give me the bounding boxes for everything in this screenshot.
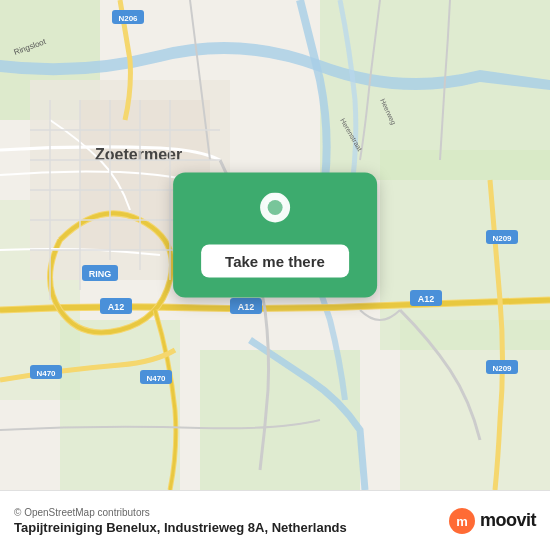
svg-text:A12: A12 <box>238 302 255 312</box>
svg-rect-7 <box>400 320 550 490</box>
take-me-there-button[interactable]: Take me there <box>201 245 349 278</box>
moovit-brand-text: moovit <box>480 510 536 531</box>
svg-text:A12: A12 <box>418 294 435 304</box>
svg-text:N209: N209 <box>492 234 512 243</box>
svg-text:N470: N470 <box>36 369 56 378</box>
location-pin-icon <box>255 193 295 233</box>
moovit-icon: m <box>448 507 476 535</box>
location-name: Tapijtreiniging Benelux, Industrieweg 8A… <box>14 520 347 535</box>
svg-text:RING: RING <box>89 269 112 279</box>
footer-bar: © OpenStreetMap contributors Tapijtreini… <box>0 490 550 550</box>
svg-text:A12: A12 <box>108 302 125 312</box>
osm-attribution: © OpenStreetMap contributors <box>14 507 347 518</box>
svg-rect-5 <box>200 350 360 490</box>
footer-info: © OpenStreetMap contributors Tapijtreini… <box>14 507 347 535</box>
svg-text:N206: N206 <box>118 14 138 23</box>
svg-text:m: m <box>456 514 468 529</box>
moovit-logo: m moovit <box>448 507 536 535</box>
svg-text:N209: N209 <box>492 364 512 373</box>
map-view: A12 A12 A12 RING N470 N470 N206 N209 N20… <box>0 0 550 490</box>
svg-text:N470: N470 <box>146 374 166 383</box>
cta-overlay: Take me there <box>173 173 377 298</box>
